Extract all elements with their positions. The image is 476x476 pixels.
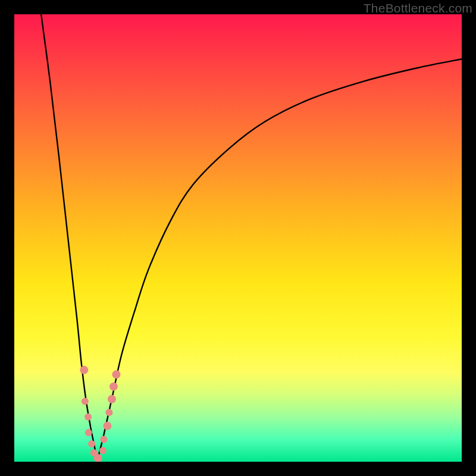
curve-left-branch xyxy=(41,14,97,462)
plot-area xyxy=(14,14,462,462)
marker-4 xyxy=(88,440,95,447)
marker-0 xyxy=(80,366,88,374)
marker-12 xyxy=(109,383,118,391)
curve-layer xyxy=(14,14,462,462)
curve-right-branch xyxy=(97,59,462,462)
marker-2 xyxy=(84,414,92,421)
marker-8 xyxy=(100,436,107,443)
marker-9 xyxy=(103,422,111,430)
marker-10 xyxy=(105,409,112,416)
watermark-text: TheBottleneck.com xyxy=(364,1,472,15)
marker-11 xyxy=(108,395,116,403)
marker-1 xyxy=(82,397,89,405)
marker-3 xyxy=(85,429,92,436)
marker-13 xyxy=(112,370,120,378)
chart-frame: TheBottleneck.com xyxy=(0,0,476,476)
marker-7 xyxy=(99,447,107,454)
